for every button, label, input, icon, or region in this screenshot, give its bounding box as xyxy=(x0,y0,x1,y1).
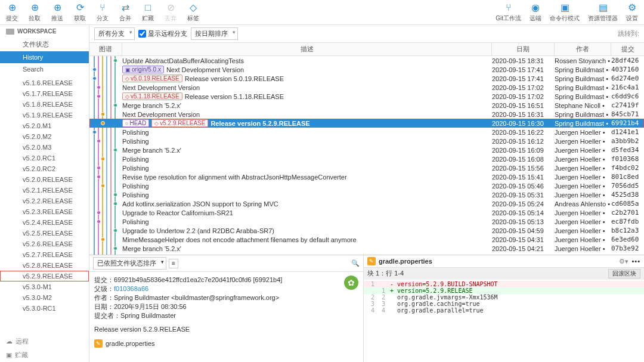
tag-item[interactable]: v5.2.9.RELEASE xyxy=(0,271,89,281)
parent-link[interactable]: f010368a66 xyxy=(114,285,148,292)
tag-item[interactable]: v5.1.6.RELEASE xyxy=(0,78,89,88)
stash-section[interactable]: ▣ 贮藏 xyxy=(0,348,89,362)
commit-row[interactable]: Merge branch '5.2.x'2020-09-15 16:09Juer… xyxy=(89,146,644,154)
commit-row[interactable]: Polishing2020-09-15 15:56Juergen Hoeller… xyxy=(89,163,644,172)
remote-label: 远程 xyxy=(16,337,29,346)
tool-拉取[interactable]: ⊕拉取 xyxy=(29,2,41,23)
diff-filename: gradle.properties xyxy=(379,258,432,265)
changed-file[interactable]: ✎ gradle.properties xyxy=(89,338,363,349)
tool-分支[interactable]: ⑂分支 xyxy=(97,2,109,23)
hunk-label: 块 1：行 1-4 xyxy=(367,269,404,279)
commit-row[interactable]: Polishing2020-09-15 16:12Juergen Hoeller… xyxy=(89,137,644,146)
tag-item[interactable]: v5.2.0.M2 xyxy=(0,131,89,142)
tool-标签[interactable]: ◇标签 xyxy=(187,2,199,23)
tool-合并[interactable]: ⇄合并 xyxy=(119,2,131,23)
modified-badge: ✎ xyxy=(94,339,103,348)
commit-row[interactable]: ▣origin/5.0.xNext Development Version202… xyxy=(89,65,644,74)
commit-row[interactable]: Polishing2020-09-15 05:46Juergen Hoeller… xyxy=(89,181,644,190)
tool-推送[interactable]: ⊕推送 xyxy=(51,2,63,23)
commit-row[interactable]: Add kotlinx.serialization JSON support t… xyxy=(89,199,644,208)
commit-row[interactable]: Polishing2020-09-15 16:08Juergen Hoeller… xyxy=(89,154,644,163)
col-graph[interactable]: 图谱 xyxy=(89,43,122,55)
stash-icon: ▣ xyxy=(6,351,12,359)
branch-filter[interactable]: 所有分支 xyxy=(94,27,135,40)
filter-bar: 所有分支 显示远程分支 按日期排序 跳转到: xyxy=(89,25,644,43)
tag-item[interactable]: v5.2.8.RELEASE xyxy=(0,260,89,271)
table-header: 图谱 描述 日期 作者 提交 xyxy=(89,43,644,56)
toolbar: ⊕提交⊕拉取⊕推送⟳获取⑂分支⇄合并□贮藏⊘丢弃◇标签 ⑂Git工作流◉远端▣命… xyxy=(0,0,644,25)
show-remote-input[interactable] xyxy=(138,30,146,38)
tag-badge: ◇v5.0.19.RELEASE xyxy=(122,75,182,82)
commit-row[interactable]: Polishing2020-09-15 16:22Juergen Hoeller… xyxy=(89,128,644,137)
jump-label: 跳转到: xyxy=(618,29,639,38)
tool-提交[interactable]: ⊕提交 xyxy=(6,2,18,23)
tool-资源管理器[interactable]: ▤资源管理器 xyxy=(588,2,618,23)
sidebar-item-history[interactable]: History xyxy=(0,51,89,63)
more-icon[interactable]: ••• xyxy=(631,258,640,265)
col-commit[interactable]: 提交 xyxy=(611,43,644,55)
commit-row[interactable]: MimeMessageHelper does not encode attach… xyxy=(89,235,644,244)
spring-icon: ✿ xyxy=(344,276,358,290)
revert-hunk-button[interactable]: 回滚区块 xyxy=(608,269,640,279)
commit-row[interactable]: ◇v5.0.19.RELEASERelease version 5.0.19.R… xyxy=(89,74,644,83)
commit-row[interactable]: ○HEAD◇v5.2.9.RELEASERelease version 5.2.… xyxy=(89,119,644,128)
diff-view: 1- version=5.2.9.BUILD-SNAPSHOT1+ versio… xyxy=(364,280,644,315)
commit-row[interactable]: Polishing2020-09-15 05:13Juergen Hoeller… xyxy=(89,217,644,226)
commit-row[interactable]: Next Development Version2020-09-15 16:31… xyxy=(89,110,644,119)
col-author[interactable]: 作者 xyxy=(555,43,611,55)
tag-item[interactable]: v5.2.1.RELEASE xyxy=(0,185,89,196)
show-remote-checkbox[interactable]: 显示远程分支 xyxy=(138,29,187,38)
tool-获取[interactable]: ⟳获取 xyxy=(74,2,86,23)
cloud-icon: ☁ xyxy=(6,338,13,345)
tag-item[interactable]: v5.1.9.RELEASE xyxy=(0,110,89,120)
modified-badge: ✎ xyxy=(367,257,376,265)
search-icon[interactable]: 🔍 xyxy=(351,259,360,267)
tag-item[interactable]: v5.2.7.RELEASE xyxy=(0,249,89,260)
tool-设置[interactable]: ⚙设置 xyxy=(626,2,638,23)
workspace-icon xyxy=(6,29,14,35)
tool-远端[interactable]: ◉远端 xyxy=(530,2,541,23)
tool-贮藏[interactable]: □贮藏 xyxy=(142,2,154,23)
file-sort-dropdown[interactable]: 已依照文件状态排序 xyxy=(93,257,166,270)
commit-info: ✿ 提交：69921b49a5836e412ffcd1ea2c7e20d41f0… xyxy=(89,272,363,338)
col-desc[interactable]: 描述 xyxy=(122,43,492,55)
tag-item[interactable]: v5.2.4.RELEASE xyxy=(0,217,89,228)
tool-命令行模式[interactable]: ▣命令行模式 xyxy=(550,2,580,23)
tool-Git工作流[interactable]: ⑂Git工作流 xyxy=(496,2,521,23)
sidebar-item-search[interactable]: Search xyxy=(0,63,89,75)
detail-panel: 已依照文件状态排序 ≡ 🔍 ✿ 提交：69921b49a5836e412ffcd… xyxy=(89,255,644,362)
tag-item[interactable]: v5.2.0.M1 xyxy=(0,120,89,131)
tag-item[interactable]: v5.3.0-M1 xyxy=(0,281,89,292)
commit-row[interactable]: Upgrade to Undertow 2.2 (and R2DBC Arabb… xyxy=(89,226,644,235)
tag-item[interactable]: v5.3.0-RC1 xyxy=(0,303,89,314)
commit-row[interactable]: Revise type resolution for alignment wit… xyxy=(89,172,644,181)
tag-item[interactable]: v5.3.0-M2 xyxy=(0,292,89,303)
tag-badge: ◇v5.1.18.RELEASE xyxy=(122,92,182,100)
sidebar: WORKSPACE 文件状态HistorySearch v5.1.6.RELEA… xyxy=(0,25,89,362)
gear-icon[interactable]: ⚙▾ xyxy=(619,258,628,265)
tag-item[interactable]: v5.2.2.RELEASE xyxy=(0,196,89,206)
commit-row[interactable]: Next Development Version2020-09-15 17:02… xyxy=(89,83,644,92)
remote-section[interactable]: ☁ 远程 xyxy=(0,335,89,348)
tag-item[interactable]: v5.1.8.RELEASE xyxy=(0,99,89,110)
tag-item[interactable]: v5.2.5.RELEASE xyxy=(0,228,89,239)
commit-list[interactable]: Update AbstractDataBufferAllocatingTests… xyxy=(89,56,644,255)
col-date[interactable]: 日期 xyxy=(492,43,555,55)
commit-row[interactable]: Upgrade to Reactor Californium-SR212020-… xyxy=(89,208,644,217)
commit-row[interactable]: Merge branch '5.2.x'2020-09-15 16:51Step… xyxy=(89,101,644,110)
commit-row[interactable]: Merge branch '5.2.x'2020-09-15 04:21Juer… xyxy=(89,244,644,253)
list-view-icon[interactable]: ≡ xyxy=(169,259,178,268)
sort-filter[interactable]: 按日期排序 xyxy=(191,27,238,40)
commit-row[interactable]: Update AbstractDataBufferAllocatingTests… xyxy=(89,56,644,65)
commit-row[interactable]: ◇v5.1.18.RELEASERelease version 5.1.18.R… xyxy=(89,92,644,101)
tag-item[interactable]: v5.2.3.RELEASE xyxy=(0,206,89,217)
tag-item[interactable]: v5.2.0.M3 xyxy=(0,142,89,153)
tag-item[interactable]: v5.1.7.RELEASE xyxy=(0,88,89,99)
sidebar-item-文件状态[interactable]: 文件状态 xyxy=(0,38,89,51)
commit-row[interactable]: Polishing2020-09-15 05:31Juergen Hoeller… xyxy=(89,190,644,199)
tag-item[interactable]: v5.2.6.RELEASE xyxy=(0,239,89,249)
tag-item[interactable]: v5.2.0.RC2 xyxy=(0,163,89,174)
tag-item[interactable]: v5.2.0.RC1 xyxy=(0,153,89,163)
commit-row[interactable]: Upgrade to Checkstyle 8.36.12020-09-15 0… xyxy=(89,253,644,255)
tag-item[interactable]: v5.2.0.RELEASE xyxy=(0,174,89,185)
